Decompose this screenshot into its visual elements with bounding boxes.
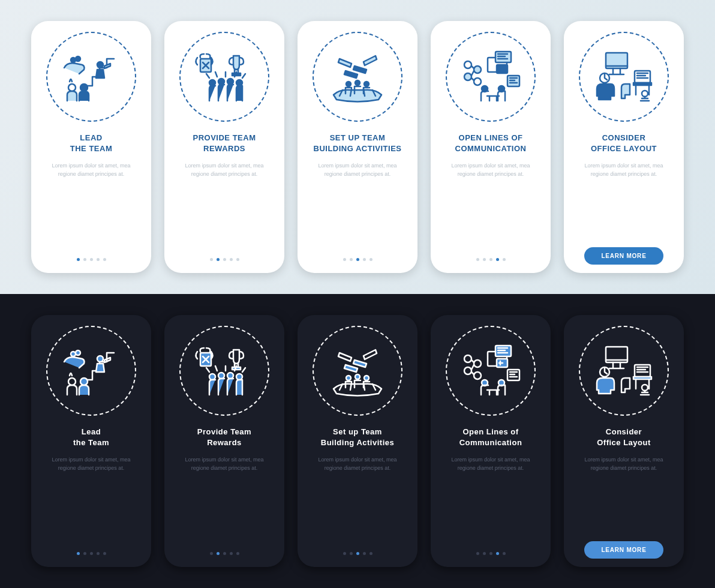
svg-point-18 [464,61,471,68]
svg-point-49 [474,360,481,367]
screen-description: Lorem ipsum dolor sit amet, mea regione … [40,456,143,472]
dot[interactable] [476,258,479,261]
dot[interactable] [489,258,492,261]
dot[interactable] [369,552,372,555]
team-rewards-icon [179,326,269,416]
dot[interactable] [223,258,226,261]
svg-point-40 [227,373,233,379]
svg-point-12 [346,82,351,86]
dot[interactable] [369,258,372,261]
dot[interactable] [476,552,479,555]
svg-point-32 [97,356,103,362]
onboarding-screen-5: Consider Office Layout Lorem ipsum dolor… [564,315,684,567]
dark-theme-section: Lead the Team Lorem ipsum dolor sit amet… [0,294,715,588]
onboarding-screen-2: PROVIDE TEAM REWARDS Lorem ipsum dolor s… [164,21,284,273]
dot[interactable] [83,552,86,555]
dot-active[interactable] [77,258,80,261]
dot[interactable] [350,552,353,555]
screen-description: Lorem ipsum dolor sit amet, mea regione … [572,162,675,178]
dot[interactable] [503,552,506,555]
light-theme-section: LEAD THE TEAM Lorem ipsum dolor sit amet… [0,0,715,294]
pagination-dots [77,552,106,555]
screen-description: Lorem ipsum dolor sit amet, mea regione … [173,162,276,178]
pagination-dots [343,552,372,555]
dot-active[interactable] [496,552,499,555]
dot-active[interactable] [217,258,220,261]
dot-active[interactable] [217,552,220,555]
dot[interactable] [103,552,106,555]
dot[interactable] [483,552,486,555]
svg-point-44 [364,376,369,380]
dot[interactable] [103,258,106,261]
onboarding-screen-1: LEAD THE TEAM Lorem ipsum dolor sit amet… [31,21,151,273]
pagination-dots [343,258,372,261]
screen-title: Set up Team Building Activities [321,427,394,448]
lead-team-icon [46,32,136,122]
screen-title: SET UP TEAM BUILDING ACTIVITIES [314,133,402,154]
screen-title: LEAD THE TEAM [70,133,112,154]
svg-point-8 [209,80,215,86]
svg-point-59 [642,385,648,391]
dot[interactable] [223,552,226,555]
svg-point-29 [642,91,648,97]
screen-title: CONSIDER OFFICE LAYOUT [591,133,657,154]
learn-more-button[interactable]: LEARN MORE [584,541,663,559]
dot[interactable] [363,258,366,261]
dot[interactable] [90,552,93,555]
dot[interactable] [236,552,239,555]
screen-description: Lorem ipsum dolor sit amet, mea regione … [439,162,542,178]
team-rewards-icon [179,32,269,122]
dot[interactable] [350,258,353,261]
svg-point-4 [80,84,88,91]
office-layout-icon [579,326,669,416]
dot[interactable] [236,258,239,261]
svg-point-38 [209,374,215,380]
screen-description: Lorem ipsum dolor sit amet, mea regione … [572,456,675,472]
onboarding-screen-3: Set up Team Building Activities Lorem ip… [298,315,417,567]
svg-point-14 [364,82,369,86]
dot-active[interactable] [356,258,359,261]
screen-title: PROVIDE TEAM REWARDS [193,133,256,154]
screen-title: Lead the Team [73,427,109,448]
svg-point-34 [80,378,88,385]
lead-team-icon [46,326,136,416]
dot[interactable] [90,258,93,261]
dot-active[interactable] [496,258,499,261]
dot[interactable] [210,258,213,261]
dot[interactable] [230,258,233,261]
dot[interactable] [210,552,213,555]
dot[interactable] [343,552,346,555]
svg-point-41 [236,374,242,380]
dot[interactable] [363,552,366,555]
onboarding-screen-3: SET UP TEAM BUILDING ACTIVITIES Lorem ip… [298,21,417,273]
svg-point-43 [355,374,360,379]
screen-title: Consider Office Layout [597,427,651,448]
dot-active[interactable] [77,552,80,555]
dot[interactable] [83,258,86,261]
team-building-icon [313,32,402,122]
svg-point-42 [346,376,351,380]
dot[interactable] [97,258,100,261]
onboarding-screen-4: Open Lines of Communication Lorem ipsum … [431,315,551,567]
learn-more-button[interactable]: LEARN MORE [584,247,663,265]
dot[interactable] [230,552,233,555]
dot[interactable] [343,258,346,261]
svg-point-19 [474,66,481,73]
screen-title: OPEN LINES OF COMMUNICATION [455,133,527,154]
svg-point-39 [218,373,224,379]
pagination-dots [210,552,239,555]
pagination-dots [77,258,106,261]
communication-icon [446,326,536,416]
dot-active[interactable] [356,552,359,555]
dot[interactable] [489,552,492,555]
svg-point-3 [68,84,76,91]
svg-point-20 [464,73,471,80]
svg-point-50 [464,367,471,374]
dot[interactable] [483,258,486,261]
svg-point-13 [355,80,360,85]
svg-point-1 [76,56,80,61]
dot[interactable] [97,552,100,555]
office-layout-icon [579,32,669,122]
dot[interactable] [503,258,506,261]
svg-point-51 [474,372,481,379]
